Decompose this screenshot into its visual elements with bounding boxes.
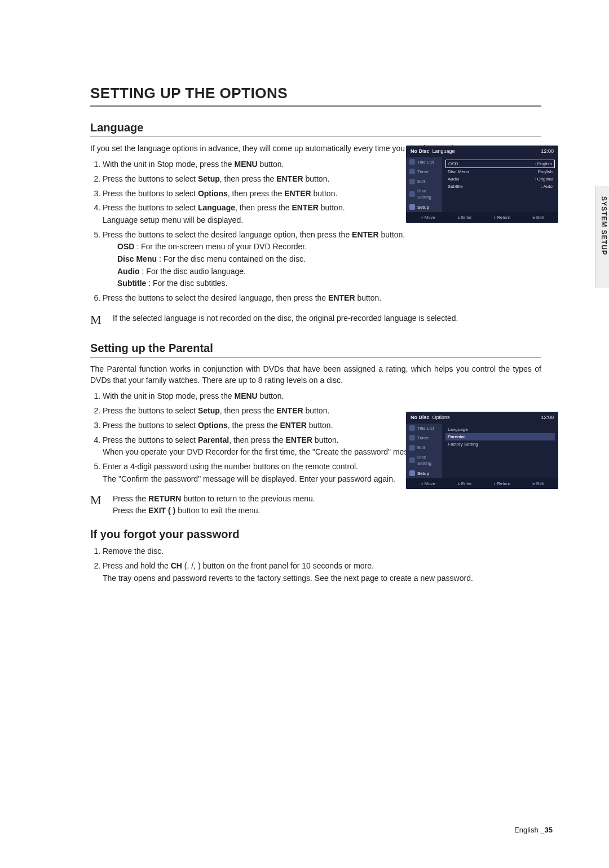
parental-intro: The Parental function works in conjuncti… <box>90 363 541 386</box>
osd-side-nav: Title List Timer Edit Disc Setting Setup <box>406 157 442 212</box>
title-list-icon <box>409 159 415 165</box>
osd-screenshot-language: No Disc Language 12:00 Title List Timer … <box>406 146 558 223</box>
side-tab-label: SYSTEM SETUP <box>600 196 608 255</box>
page-title: SETTING UP THE OPTIONS <box>90 85 541 107</box>
language-note: M If the selected language is not record… <box>90 312 541 327</box>
timer-icon <box>409 435 415 440</box>
title-list-icon <box>409 425 415 431</box>
note-icon: M <box>90 493 113 508</box>
osd-main-list: OSD: English Disc Menu: English Audio: O… <box>442 157 558 212</box>
parental-note: M Press the RETURN button to return to t… <box>90 493 541 517</box>
timer-icon <box>409 169 415 174</box>
osd-main-list: Language Parental Factory Setting <box>442 424 558 478</box>
heading-forgot: If you forgot your password <box>90 528 541 541</box>
osd-side-nav: Title List Timer Edit Disc Setting Setup <box>406 424 442 478</box>
disc-setting-icon <box>409 457 415 463</box>
heading-parental: Setting up the Parental <box>90 342 541 358</box>
forgot-steps: Remove the disc. Press and hold the CH (… <box>90 545 541 584</box>
edit-icon <box>409 179 415 184</box>
heading-language: Language <box>90 121 541 137</box>
disc-setting-icon <box>409 191 415 197</box>
edit-icon <box>409 445 415 451</box>
osd-screenshot-options: No Disc Options 12:00 Title List Timer E… <box>406 412 558 489</box>
setup-icon <box>409 470 415 476</box>
setup-icon <box>409 204 415 210</box>
note-icon: M <box>90 312 113 327</box>
page-footer: English _35 <box>514 826 553 834</box>
